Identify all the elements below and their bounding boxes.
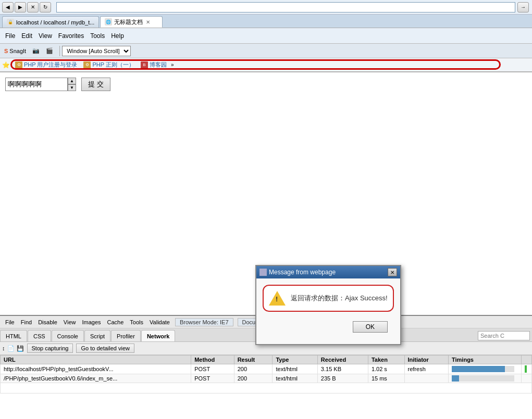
- stop-button[interactable]: ✕: [27, 2, 39, 12]
- row-timings-2: [449, 374, 522, 383]
- dialog-overlay: Message from webpage ✕ ! 返回请求的数据：Ajax Su…: [0, 72, 532, 353]
- tab-2-label: 无标题文档: [114, 18, 143, 26]
- link-label-3: 博客园: [150, 61, 167, 69]
- dialog-title: Message from webpage: [269, 269, 336, 276]
- col-received[interactable]: Received: [317, 355, 368, 364]
- row-taken-2: 15 ms: [368, 374, 404, 383]
- snagit-icon: S: [4, 48, 8, 54]
- row-initiator: refresh: [404, 364, 448, 374]
- toolbar-icon-2[interactable]: 🎬: [44, 47, 55, 55]
- col-timings[interactable]: Timings: [449, 355, 522, 364]
- col-initiator[interactable]: Initiator: [404, 355, 448, 364]
- dialog-titlebar: Message from webpage ✕: [256, 266, 400, 278]
- dialog-message-area: ! 返回请求的数据：Ajax Success!: [263, 285, 394, 312]
- links-bar: ⭐ ⚙ PHP 用户注册与登录 ⚙ PHP 正则（一） B 博客园 »: [0, 58, 532, 72]
- dialog-title-icon: [259, 269, 267, 276]
- links-bar-wrapper: ⭐ ⚙ PHP 用户注册与登录 ⚙ PHP 正则（一） B 博客园 »: [0, 58, 532, 72]
- ok-button[interactable]: OK: [353, 321, 388, 333]
- link-cnblogs[interactable]: B 博客园: [138, 60, 170, 69]
- back-button[interactable]: ◀: [2, 2, 14, 12]
- dialog-footer: OK: [263, 319, 394, 338]
- tab-2[interactable]: 🌐 无标题文档 ✕: [100, 16, 163, 28]
- refresh-button[interactable]: ↻: [40, 2, 51, 12]
- toolbar-divider: [59, 46, 60, 56]
- col-extra: [522, 355, 532, 364]
- tab-1-label: localhost / localhost / mydb_t...: [16, 19, 94, 26]
- nav-bar: ◀ ▶ ✕ ↻ http://localhost/PHP/php_testGue…: [0, 0, 532, 15]
- ie-toolbar: S SnagIt 📷 🎬 Window [Auto Scroll] Window…: [0, 44, 532, 58]
- col-result[interactable]: Result: [234, 355, 273, 364]
- row-extra-2: [522, 374, 532, 383]
- tab-1[interactable]: 🔒 localhost / localhost / mydb_t...: [2, 16, 99, 28]
- warning-exclaim: !: [276, 295, 278, 303]
- table-row[interactable]: http://localhost/PHP/php_testGuestbookV.…: [1, 364, 532, 374]
- menu-edit[interactable]: Edit: [18, 31, 35, 41]
- col-method[interactable]: Method: [191, 355, 234, 364]
- tab-1-favicon: 🔒: [7, 19, 14, 26]
- row-type: text/html: [273, 364, 317, 374]
- row-result-2: 200: [234, 374, 273, 383]
- link-icon-1: ⚙: [15, 61, 22, 69]
- link-label-1: PHP 用户注册与登录: [24, 61, 77, 69]
- network-requests-table: URL Method Result Type Received Taken In…: [0, 355, 532, 393]
- row-green-bar: [522, 364, 532, 374]
- row-received: 3.15 KB: [317, 364, 368, 374]
- menu-help[interactable]: Help: [108, 31, 127, 41]
- link-php-register[interactable]: ⚙ PHP 用户注册与登录: [12, 60, 80, 69]
- browser-viewport: ▲ ▼ 提 交 Message from webpage ✕ !: [0, 72, 532, 353]
- go-button[interactable]: →: [517, 2, 529, 12]
- snagit-button[interactable]: S SnagIt: [2, 47, 28, 55]
- link-php-regex[interactable]: ⚙ PHP 正则（一）: [80, 60, 137, 69]
- menu-tools[interactable]: Tools: [87, 31, 108, 41]
- row-method: POST: [191, 364, 234, 374]
- dialog-body: ! 返回请求的数据：Ajax Success! OK: [256, 278, 400, 344]
- row-received-2: 235 B: [317, 374, 368, 383]
- menu-file[interactable]: File: [2, 31, 18, 41]
- link-icon-3: B: [141, 61, 148, 69]
- toolbar-icon-1[interactable]: 📷: [30, 47, 42, 55]
- snagit-label: SnagIt: [9, 48, 26, 54]
- table-row[interactable]: /PHP/php_testGuestbookV0.6/index_m_se...…: [1, 374, 532, 383]
- message-dialog: Message from webpage ✕ ! 返回请求的数据：Ajax Su…: [255, 265, 401, 345]
- row-url: http://localhost/PHP/php_testGuestbookV.…: [1, 364, 191, 374]
- row-taken: 1.02 s: [368, 364, 404, 374]
- network-table: URL Method Result Type Received Taken In…: [0, 355, 532, 419]
- window-scroll-select[interactable]: Window [Auto Scroll] Window Frame: [62, 46, 131, 56]
- links-bar-more[interactable]: »: [171, 62, 174, 68]
- forward-button[interactable]: ▶: [15, 2, 26, 12]
- col-url[interactable]: URL: [1, 355, 191, 364]
- browser-chrome: ◀ ▶ ✕ ↻ http://localhost/PHP/php_testGue…: [0, 0, 532, 72]
- dialog-close-button[interactable]: ✕: [388, 268, 397, 276]
- row-initiator-2: [404, 374, 448, 383]
- warning-icon: !: [269, 290, 286, 307]
- row-type-2: text/html: [273, 374, 317, 383]
- menu-bar: File Edit View Favorites Tools Help: [0, 28, 532, 44]
- col-type[interactable]: Type: [273, 355, 317, 364]
- tab-2-favicon: 🌐: [105, 18, 112, 26]
- row-method-2: POST: [191, 374, 234, 383]
- row-result: 200: [234, 364, 273, 374]
- row-url-2: /PHP/php_testGuestbookV0.6/index_m_se...: [1, 374, 191, 383]
- link-icon-2: ⚙: [83, 61, 91, 69]
- empty-row: [1, 383, 532, 393]
- link-label-2: PHP 正则（一）: [92, 61, 134, 69]
- tab-bar: 🔒 localhost / localhost / mydb_t... 🌐 无标…: [0, 15, 532, 28]
- row-timings: [449, 364, 522, 374]
- links-bar-icon: ⭐: [2, 61, 10, 69]
- address-bar[interactable]: http://localhost/PHP/php_testGuestbook/V…: [56, 2, 515, 12]
- col-taken[interactable]: Taken: [368, 355, 404, 364]
- menu-view[interactable]: View: [35, 31, 55, 41]
- dialog-message-text: 返回请求的数据：Ajax Success!: [291, 294, 388, 303]
- menu-favorites[interactable]: Favorites: [55, 31, 87, 41]
- dialog-title-area: Message from webpage: [259, 269, 336, 276]
- tab-2-close[interactable]: ✕: [146, 19, 150, 25]
